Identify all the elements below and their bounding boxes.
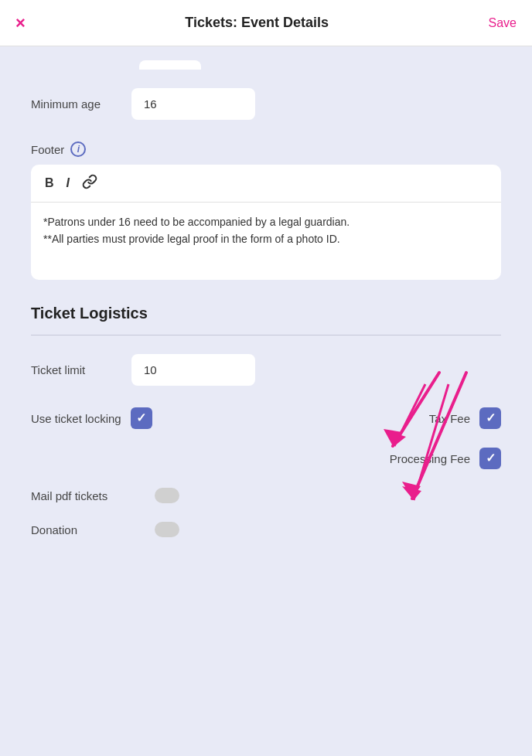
italic-button[interactable]: I: [63, 175, 73, 192]
page-title: Tickets: Event Details: [185, 15, 329, 31]
mail-pdf-row: Mail pdf tickets: [31, 488, 501, 503]
editor-toolbar: B I: [31, 165, 501, 203]
svg-marker-1: [387, 431, 406, 446]
processing-fee-label: Processing Fee: [390, 452, 470, 465]
main-content: Minimum age Footer i B I: [0, 70, 532, 574]
locking-taxfee-row: Use ticket locking ✓ Tax Fee ✓: [31, 407, 501, 429]
row-locking-taxfee: Use ticket locking ✓ Tax Fee ✓: [31, 407, 501, 429]
footer-label: Footer: [31, 143, 64, 156]
footer-line1: *Patrons under 16 need to be accompanied…: [43, 213, 489, 230]
processing-fee-row: Processing Fee ✓: [31, 448, 501, 469]
info-icon[interactable]: i: [70, 141, 86, 157]
ticket-logistics-section: Ticket Logistics Ticket limit: [31, 305, 501, 537]
rich-text-editor: B I *Patrons under 16 need to be accompa…: [31, 165, 501, 280]
use-ticket-locking-checkbox[interactable]: ✓: [131, 407, 152, 429]
footer-label-row: Footer i: [31, 141, 501, 157]
close-button[interactable]: ×: [15, 13, 26, 33]
taxfee-right: Tax Fee ✓: [266, 407, 501, 429]
ticket-limit-input[interactable]: [131, 354, 255, 386]
minimum-age-label: Minimum age: [31, 97, 131, 112]
footer-line2: **All parties must provide legal proof i…: [43, 230, 489, 247]
link-icon: [82, 174, 97, 189]
ticket-limit-label: Ticket limit: [31, 363, 131, 378]
tax-fee-label: Tax Fee: [429, 412, 470, 425]
mail-pdf-label: Mail pdf tickets: [31, 489, 155, 502]
ticket-limit-row: Ticket limit: [31, 354, 501, 386]
processing-fee-checkbox[interactable]: ✓: [479, 448, 501, 469]
link-button[interactable]: [79, 172, 101, 194]
donation-checkbox[interactable]: [155, 522, 179, 537]
minimum-age-input[interactable]: [131, 88, 255, 120]
svg-marker-5: [384, 429, 402, 446]
tax-fee-checkbox[interactable]: ✓: [479, 407, 501, 429]
locking-left: Use ticket locking ✓: [31, 407, 266, 429]
processing-fee-right: Processing Fee ✓: [266, 448, 501, 469]
svg-line-2: [414, 384, 448, 500]
mail-pdf-checkbox[interactable]: [155, 488, 179, 503]
section-divider: [31, 335, 501, 335]
save-button[interactable]: Save: [489, 16, 517, 30]
tab-bar: [0, 46, 532, 70]
minimum-age-row: Minimum age: [31, 88, 501, 120]
use-ticket-locking-label: Use ticket locking: [31, 412, 121, 425]
footer-section: Footer i B I *Patrons under 16 need to b…: [31, 141, 501, 280]
svg-line-6: [412, 373, 466, 499]
ticket-logistics-heading: Ticket Logistics: [31, 305, 501, 322]
bold-button[interactable]: B: [42, 175, 57, 192]
active-tab[interactable]: [139, 60, 201, 70]
header: × Tickets: Event Details Save: [0, 0, 532, 46]
donation-label: Donation: [31, 523, 155, 536]
donation-row: Donation: [31, 522, 501, 537]
editor-content[interactable]: *Patrons under 16 need to be accompanied…: [31, 203, 501, 280]
